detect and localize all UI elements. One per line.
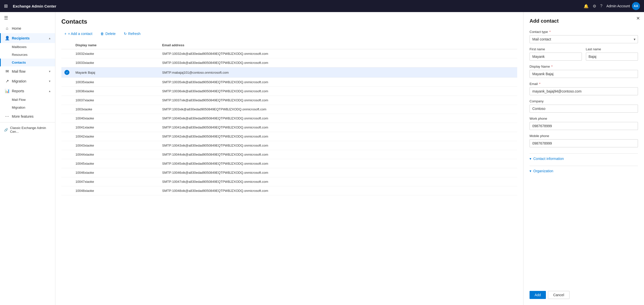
table-row[interactable]: 10044xiaoke SMTP:10044xik@a830edad905084… (61, 150, 517, 159)
mobile-phone-input[interactable] (530, 139, 638, 147)
mobile-phone-label: Mobile phone (530, 134, 638, 138)
row-email: SMTP:10033xik@a830edad9050849EQTPWBJZXOD… (159, 58, 517, 67)
table-row[interactable]: 10047xiaoke SMTP:10047xik@a830edad905084… (61, 177, 517, 186)
email-input[interactable] (530, 87, 638, 95)
display-name-group: Display Name * (530, 65, 638, 78)
mobile-phone-group: Mobile phone (530, 134, 638, 147)
col-display-name: Display name (72, 41, 159, 49)
recipients-icon: 👤 (5, 36, 9, 40)
bell-icon[interactable]: 🔔 (584, 4, 589, 9)
delete-button[interactable]: 🗑 Delete (97, 30, 118, 37)
sidebar-item-mailflow[interactable]: ✉ Mail flow ▼ (0, 66, 55, 76)
table-row[interactable]: 10043xiaoke SMTP:10043xik@a830edad905084… (61, 141, 517, 150)
table-row[interactable]: 10048xiaoke SMTP:10048xik@a830edad905084… (61, 186, 517, 195)
refresh-button[interactable]: ↻ Refresh (121, 30, 144, 37)
row-email: SMTP:10042xik@a830edad9050849EQTPWBJZXOD… (159, 132, 517, 141)
sidebar-item-migration[interactable]: ↗ Migration ▼ (0, 76, 55, 86)
table-row[interactable]: Mayank Bajaj SMTP:mabajaj101@contoso.onm… (61, 67, 517, 78)
row-email: SMTP:10044xik@a830edad9050849EQTPWBJZXOD… (159, 150, 517, 159)
user-menu[interactable]: Admin Account AA (607, 2, 640, 10)
row-display-name: 1003xiaoke (72, 105, 159, 114)
sidebar-item-more-features[interactable]: ⋯ More features (0, 111, 55, 121)
gear-icon[interactable]: ⚙ (593, 4, 596, 9)
row-check-cell[interactable] (61, 168, 72, 177)
main-content: Contacts + + Add a contact 🗑 Delete ↻ Re… (55, 12, 644, 305)
row-check-cell[interactable] (61, 141, 72, 150)
hamburger-button[interactable]: ☰ (0, 12, 55, 24)
organization-toggle[interactable]: ▾ Organization (530, 166, 638, 176)
topbar-right: 🔔 ⚙ ? Admin Account AA (584, 2, 640, 10)
sidebar-item-mailboxes[interactable]: Mailboxes (0, 43, 55, 51)
contact-info-toggle[interactable]: ▾ Contact information (530, 153, 638, 164)
row-check-cell[interactable] (61, 78, 72, 87)
table-row[interactable]: 10046xiaoke SMTP:10046xik@a830edad905084… (61, 168, 517, 177)
row-check-cell[interactable] (61, 132, 72, 141)
row-check-cell[interactable] (61, 67, 72, 78)
table-row[interactable]: 10033xiaoke SMTP:10033xik@a830edad905084… (61, 58, 517, 67)
sidebar-item-migration-report[interactable]: Migration (0, 104, 55, 111)
row-check-cell[interactable] (61, 96, 72, 105)
display-name-input[interactable] (530, 70, 638, 78)
last-name-label: Last name (586, 47, 638, 51)
display-name-label: Display Name * (530, 65, 638, 68)
row-display-name: 10033xiaoke (72, 58, 159, 67)
row-check-cell[interactable] (61, 87, 72, 96)
add-contact-button[interactable]: + + Add a contact (61, 30, 95, 37)
row-check-cell[interactable] (61, 105, 72, 114)
row-check-cell[interactable] (61, 49, 72, 58)
classic-admin-link[interactable]: 🔗 Classic Exchange Admin Cen... (0, 123, 55, 136)
table-row[interactable]: 10041xiaoke SMTP:10041xik@a830edad905084… (61, 123, 517, 132)
row-check-cell[interactable] (61, 177, 72, 186)
email-label: Email * (530, 82, 638, 86)
sidebar-item-recipients[interactable]: 👤 Recipients ▲ (0, 33, 55, 43)
check-circle (64, 70, 69, 75)
last-name-input[interactable] (586, 53, 638, 61)
row-email: SMTP:10048xik@a830edad9050849EQTPWBJZXOD… (159, 186, 517, 195)
sidebar-item-home[interactable]: ⌂ Home (0, 24, 55, 33)
contacts-panel: Contacts + + Add a contact 🗑 Delete ↻ Re… (55, 12, 523, 305)
row-check-cell[interactable] (61, 186, 72, 195)
row-email: SMTP:10043xik@a830edad9050849EQTPWBJZXOD… (159, 141, 517, 150)
row-email: SMTP:10045xik@a830edad9050849EQTPWBJZXOD… (159, 159, 517, 168)
sidebar-item-resources[interactable]: Resources (0, 51, 55, 59)
work-phone-input[interactable] (530, 122, 638, 130)
sidebar-item-contacts[interactable]: Contacts (0, 59, 55, 66)
sidebar-item-mailflow-report[interactable]: Mail Flow (0, 96, 55, 104)
row-email: SMTP:10041xik@a830edad9050849EQTPWBJZXOD… (159, 123, 517, 132)
avatar: AA (632, 2, 640, 10)
row-check-cell[interactable] (61, 123, 72, 132)
sidebar-item-reports[interactable]: 📊 Reports ▲ (0, 86, 55, 96)
table-row[interactable]: 10040xiaoke SMTP:10040xik@a830edad905084… (61, 114, 517, 123)
table-row[interactable]: 10042xiaoke SMTP:10042xik@a830edad905084… (61, 132, 517, 141)
row-check-cell[interactable] (61, 58, 72, 67)
refresh-icon: ↻ (124, 32, 127, 36)
contact-type-select[interactable]: Mail contact Mail user (530, 35, 638, 43)
table-row[interactable]: 10032xiaoke SMTP:10032xik@a830edad905084… (61, 49, 517, 58)
help-icon[interactable]: ? (600, 4, 602, 8)
row-check-cell[interactable] (61, 159, 72, 168)
cancel-button[interactable]: Cancel (548, 291, 570, 299)
row-email: SMTP:10040xik@a830edad9050849EQTPWBJZXOD… (159, 114, 517, 123)
table-row[interactable]: 10035xiaoke SMTP:10035xik@a830edad905084… (61, 78, 517, 87)
contacts-tbody: 10032xiaoke SMTP:10032xik@a830edad905084… (61, 49, 517, 195)
col-email: Email address (159, 41, 517, 49)
table-row[interactable]: 10037xiaoke SMTP:10037xik@a830edad905084… (61, 96, 517, 105)
contacts-table: Display name Email address 10032xiaoke S… (61, 41, 517, 195)
reports-icon: 📊 (5, 89, 9, 93)
company-input[interactable] (530, 105, 638, 113)
table-row[interactable]: 1003xiaoke SMTP:1003xik@a830edad9050849E… (61, 105, 517, 114)
row-display-name: 10042xiaoke (72, 132, 159, 141)
row-check-cell[interactable] (61, 114, 72, 123)
table-row[interactable]: 10045xiaoke SMTP:10045xik@a830edad905084… (61, 159, 517, 168)
close-panel-button[interactable]: ✕ (636, 16, 640, 21)
apps-icon[interactable]: ⊞ (4, 3, 8, 9)
table-row[interactable]: 10036xiaoke SMTP:10036xik@a830edad905084… (61, 87, 517, 96)
chevron-down-contact-icon: ▾ (530, 157, 531, 161)
required-star: * (549, 30, 551, 34)
row-display-name: 10046xiaoke (72, 168, 159, 177)
add-button[interactable]: Add (530, 291, 546, 299)
first-name-input[interactable] (530, 53, 582, 61)
toolbar: + + Add a contact 🗑 Delete ↻ Refresh (61, 30, 517, 37)
app-body: ☰ ⌂ Home 👤 Recipients ▲ Mailboxes Resour… (0, 12, 644, 305)
row-check-cell[interactable] (61, 150, 72, 159)
